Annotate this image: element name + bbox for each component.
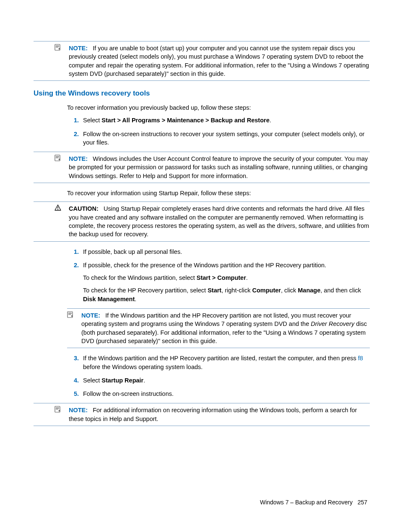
step-key: f8 (358, 355, 363, 362)
note-box-uac: NOTE: Windows includes the User Account … (34, 152, 370, 183)
caution-text: Using Startup Repair completely erases h… (69, 205, 369, 238)
intro-paragraph-1: To recover information you previously ba… (67, 103, 370, 112)
sub-bold: Computer (252, 287, 281, 294)
caution-label: CAUTION: (69, 205, 99, 212)
note-label: NOTE: (69, 155, 88, 162)
sub-bold: Start > Computer (197, 274, 246, 281)
step-text: If the Windows partition and the HP Reco… (83, 355, 358, 362)
sub-text: , and then click (320, 287, 361, 294)
sub-text-end: . (135, 296, 136, 302)
step-text: Select (83, 377, 101, 384)
step-subparagraph: To check for the HP Recovery partition, … (83, 286, 370, 303)
note-body: NOTE: If you are unable to boot (start u… (66, 44, 370, 78)
page-content: NOTE: If you are unable to boot (start u… (34, 41, 370, 426)
step-5: Follow the on-screen instructions. (81, 390, 370, 398)
note-label: NOTE: (69, 45, 88, 52)
step-4: Select Startup Repair. (81, 376, 370, 385)
step-1: If possible, back up all personal files. (81, 248, 370, 256)
caution-body: CAUTION: Using Startup Repair completely… (66, 204, 370, 238)
document-page: NOTE: If you are unable to boot (start u… (0, 0, 400, 532)
step-text-end: before the Windows operating system load… (83, 364, 203, 370)
note-icon (34, 406, 66, 413)
page-footer: Windows 7 – Backup and Recovery 257 (260, 498, 367, 507)
footer-page-number: 257 (358, 499, 367, 506)
note-box-help: NOTE: For additional information on reco… (34, 403, 370, 426)
note-italic: Driver Recovery (311, 320, 354, 327)
step-bold: Start > All Programs > Maintenance > Bac… (101, 117, 269, 124)
sub-text: , right-click (221, 287, 252, 294)
caution-icon (34, 204, 66, 211)
note-text: If you are unable to boot (start up) you… (69, 45, 369, 77)
sub-text: , click (281, 287, 298, 294)
step-2: Follow the on-screen instructions to rec… (81, 130, 370, 147)
svg-point-3 (57, 209, 58, 210)
note-box-partition: NOTE: If the Windows partition and the H… (67, 308, 370, 348)
steps-list-1: Select Start > All Programs > Maintenanc… (67, 116, 370, 147)
note-icon (67, 311, 79, 318)
sub-bold: Manage (298, 287, 320, 294)
step-text-end: . (143, 377, 145, 384)
sub-text: To check for the Windows partition, sele… (83, 274, 197, 281)
step-text: Select (83, 117, 101, 124)
note-label: NOTE: (81, 312, 100, 319)
note-text: For additional information on recovering… (69, 407, 357, 422)
sub-text-end: . (246, 274, 248, 281)
steps-list-2: If possible, back up all personal files.… (67, 248, 370, 303)
step-3: If the Windows partition and the HP Reco… (81, 354, 370, 371)
sub-bold: Start (208, 287, 221, 294)
step-text-end: . (270, 117, 271, 124)
section-heading: Using the Windows recovery tools (34, 88, 370, 98)
intro-paragraph-2: To recover your information using Startu… (67, 189, 370, 197)
note-icon (34, 155, 66, 161)
footer-chapter: Windows 7 – Backup and Recovery (260, 499, 353, 506)
caution-box: CAUTION: Using Startup Repair completely… (34, 201, 370, 241)
note-body: NOTE: Windows includes the User Account … (66, 155, 370, 180)
step-subparagraph: To check for the Windows partition, sele… (83, 274, 370, 282)
note-label: NOTE: (69, 407, 88, 413)
note-body: NOTE: For additional information on reco… (66, 406, 370, 423)
step-text: If possible, check for the presence of t… (83, 262, 326, 269)
note-icon (34, 44, 66, 51)
note-body: NOTE: If the Windows partition and the H… (79, 311, 370, 345)
step-bold: Startup Repair (101, 377, 143, 384)
note-text: Windows includes the User Account Contro… (69, 155, 368, 179)
step-1: Select Start > All Programs > Maintenanc… (81, 116, 370, 124)
sub-text: To check for the HP Recovery partition, … (83, 287, 208, 294)
sub-bold: Disk Management (83, 296, 135, 302)
steps-list-2-cont: If the Windows partition and the HP Reco… (67, 354, 370, 398)
note-box-boot: NOTE: If you are unable to boot (start u… (34, 41, 370, 81)
step-2: If possible, check for the presence of t… (81, 261, 370, 303)
